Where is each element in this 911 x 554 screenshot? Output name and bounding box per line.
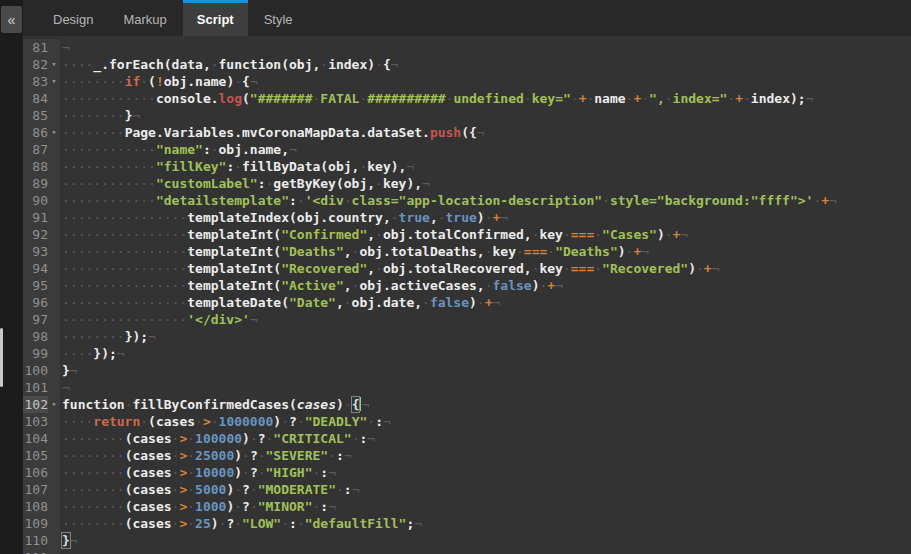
line-number: 99 — [23, 345, 48, 362]
code-line[interactable]: 101¬ — [23, 379, 911, 396]
code-content: ············console.log("#######·FATAL·#… — [60, 90, 911, 107]
tab-bar: Design Markup Script Style — [23, 0, 911, 36]
fold-arrow-icon[interactable]: ▾ — [48, 396, 60, 413]
code-line[interactable]: 98········});¬ — [23, 328, 911, 345]
code-line[interactable]: 94················templateInt("Recovered… — [23, 260, 911, 277]
code-line[interactable]: 87············"name":·obj.name,¬ — [23, 141, 911, 158]
code-line[interactable]: 89············"customLabel":·getByKey(ob… — [23, 175, 911, 192]
line-number: 90 — [23, 192, 48, 209]
code-line[interactable]: 91················templateIndex(obj.coun… — [23, 209, 911, 226]
code-content: ············"fillKey":·fillByData(obj,·k… — [60, 158, 911, 175]
code-content: ········(cases·>·5000)·?·"MODERATE"·:¬ — [60, 481, 911, 498]
line-number: 104 — [23, 430, 48, 447]
tab-markup[interactable]: Markup — [109, 0, 180, 36]
code-content: ¬ — [60, 379, 911, 396]
code-line[interactable]: 102▾function·fillByConfirmedCases(cases)… — [23, 396, 911, 413]
tab-design[interactable]: Design — [39, 0, 107, 36]
code-content: ············"customLabel":·getByKey(obj,… — [60, 175, 911, 192]
code-content: ········});¬ — [60, 328, 911, 345]
fold-gutter — [48, 464, 60, 481]
line-number: 106 — [23, 464, 48, 481]
code-line[interactable]: 103····return·(cases·>·1000000)·?·"DEADL… — [23, 413, 911, 430]
code-line[interactable]: 96················templateDate("Date",·o… — [23, 294, 911, 311]
line-number: 87 — [23, 141, 48, 158]
fold-gutter — [48, 141, 60, 158]
code-content: ········(cases·>·100000)·?·"CRITICAL"·:¬ — [60, 430, 911, 447]
code-content: ········Page.Variables.mvCoronaMapData.d… — [60, 124, 911, 141]
code-line[interactable]: 82▾····_.forEach(data,·function(obj,·ind… — [23, 56, 911, 73]
code-line[interactable]: 109········(cases·>·25)·?·"LOW"·:·"defau… — [23, 515, 911, 532]
line-number: 94 — [23, 260, 48, 277]
code-line[interactable]: 84············console.log("#######·FATAL… — [23, 90, 911, 107]
line-number: 107 — [23, 481, 48, 498]
fold-gutter — [48, 39, 60, 56]
code-line[interactable]: 105········(cases·>·25000)·?·"SEVERE"·:¬ — [23, 447, 911, 464]
code-line[interactable]: 86▾········Page.Variables.mvCoronaMapDat… — [23, 124, 911, 141]
code-line[interactable]: 110}¬ — [23, 532, 911, 549]
code-content: }¬ — [60, 532, 911, 549]
code-content: ········if·(!obj.name)·{¬ — [60, 73, 911, 90]
fold-gutter — [48, 243, 60, 260]
code-line[interactable]: 83▾········if·(!obj.name)·{¬ — [23, 73, 911, 90]
code-content: ········(cases·>·10000)·?·"HIGH"·:¬ — [60, 464, 911, 481]
line-number: 85 — [23, 107, 48, 124]
chevron-double-left-icon: « — [8, 12, 16, 28]
fold-gutter — [48, 328, 60, 345]
fold-gutter — [48, 192, 60, 209]
code-content — [60, 549, 911, 554]
script-code-editor[interactable]: 81¬82▾····_.forEach(data,·function(obj,·… — [23, 36, 911, 554]
fold-arrow-icon[interactable]: ▾ — [48, 124, 60, 141]
fold-gutter — [48, 515, 60, 532]
fold-gutter — [48, 90, 60, 107]
fold-gutter — [48, 277, 60, 294]
code-line[interactable]: 81¬ — [23, 39, 911, 56]
line-number: 88 — [23, 158, 48, 175]
fold-arrow-icon[interactable]: ▾ — [48, 73, 60, 90]
fold-gutter — [48, 498, 60, 515]
code-line[interactable]: 108········(cases·>·1000)·?·"MINOR"·:¬ — [23, 498, 911, 515]
code-line[interactable]: 104········(cases·>·100000)·?·"CRITICAL"… — [23, 430, 911, 447]
editor-left-strip: « — [0, 0, 23, 554]
code-line[interactable]: 95················templateInt("Active",·… — [23, 277, 911, 294]
collapse-panel-button[interactable]: « — [1, 6, 22, 33]
code-line[interactable]: 92················templateInt("Confirmed… — [23, 226, 911, 243]
code-line[interactable]: 107········(cases·>·5000)·?·"MODERATE"·:… — [23, 481, 911, 498]
code-content: ········(cases·>·25)·?·"LOW"·:·"defaultF… — [60, 515, 911, 532]
code-content: ····_.forEach(data,·function(obj,·index)… — [60, 56, 911, 73]
line-number: 95 — [23, 277, 48, 294]
code-line[interactable]: 85········}¬ — [23, 107, 911, 124]
code-line[interactable]: 88············"fillKey":·fillByData(obj,… — [23, 158, 911, 175]
code-line[interactable]: 99····});¬ — [23, 345, 911, 362]
line-number: 86 — [23, 124, 48, 141]
tab-style[interactable]: Style — [250, 0, 307, 36]
line-number: 108 — [23, 498, 48, 515]
line-number: 98 — [23, 328, 48, 345]
fold-gutter — [48, 158, 60, 175]
code-content: ················templateInt("Deaths",·ob… — [60, 243, 911, 260]
line-number: 101 — [23, 379, 48, 396]
code-line[interactable]: 97················'</div>'¬ — [23, 311, 911, 328]
fold-arrow-icon[interactable]: ▾ — [48, 56, 60, 73]
line-number: 109 — [23, 515, 48, 532]
code-line[interactable]: 111 — [23, 549, 911, 554]
code-line[interactable]: 100}¬ — [23, 362, 911, 379]
line-number: 83 — [23, 73, 48, 90]
code-content: ············"name":·obj.name,¬ — [60, 141, 911, 158]
left-scrollbar-thumb[interactable] — [0, 328, 3, 387]
fold-gutter — [48, 413, 60, 430]
fold-gutter — [48, 294, 60, 311]
fold-gutter — [48, 362, 60, 379]
line-number: 82 — [23, 56, 48, 73]
line-number: 110 — [23, 532, 48, 549]
code-content: ················templateIndex(obj.countr… — [60, 209, 911, 226]
code-line[interactable]: 93················templateInt("Deaths",·… — [23, 243, 911, 260]
fold-gutter — [48, 345, 60, 362]
code-lines: 81¬82▾····_.forEach(data,·function(obj,·… — [23, 39, 911, 554]
line-number: 103 — [23, 413, 48, 430]
code-content: ········(cases·>·25000)·?·"SEVERE"·:¬ — [60, 447, 911, 464]
tab-script[interactable]: Script — [183, 0, 248, 36]
code-line[interactable]: 106········(cases·>·10000)·?·"HIGH"·:¬ — [23, 464, 911, 481]
code-line[interactable]: 90············"detailstemplate":·'<div·c… — [23, 192, 911, 209]
fold-gutter — [48, 532, 60, 549]
fold-gutter — [48, 379, 60, 396]
